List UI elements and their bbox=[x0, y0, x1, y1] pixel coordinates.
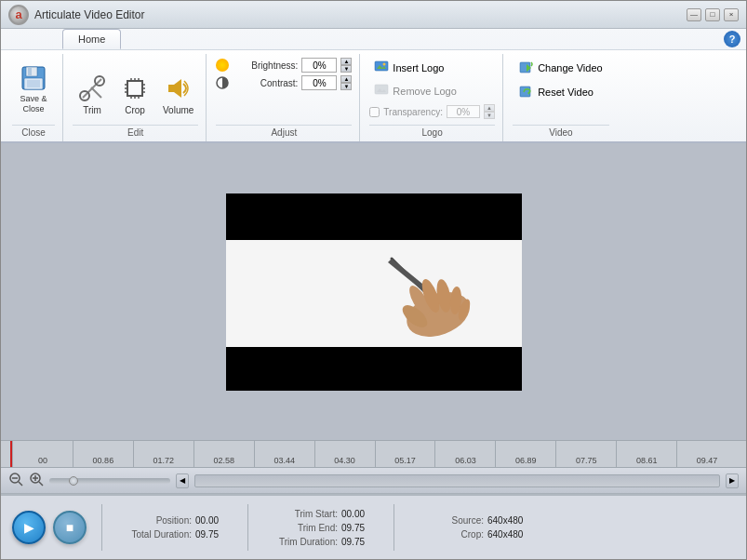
transparency-up[interactable]: ▲ bbox=[484, 104, 495, 112]
transparency-checkbox[interactable] bbox=[369, 107, 380, 117]
source-row: Source: 640x480 bbox=[409, 515, 525, 526]
remove-logo-label: Remove Logo bbox=[393, 86, 457, 97]
contrast-row: Contrast: ▲ ▼ bbox=[216, 75, 352, 90]
total-duration-value: 09.75 bbox=[195, 529, 233, 540]
insert-logo-label: Insert Logo bbox=[393, 62, 444, 73]
video-group-items: Change Video Reset Video bbox=[514, 54, 607, 123]
app-title: Articulate Video Editor bbox=[34, 8, 145, 21]
trim-start-label: Trim Start: bbox=[263, 509, 338, 519]
ruler-tick: 07.75 bbox=[555, 441, 616, 467]
contrast-input[interactable] bbox=[301, 75, 337, 90]
brightness-icon bbox=[216, 59, 229, 72]
total-duration-label: Total Duration: bbox=[117, 529, 192, 540]
trim-icon bbox=[77, 73, 107, 103]
zoom-out-icon[interactable] bbox=[8, 472, 23, 490]
trim-start-row: Trim Start: 00.00 bbox=[263, 509, 379, 519]
title-bar: a Articulate Video Editor — □ × bbox=[1, 1, 746, 29]
save-close-label: Save &Close bbox=[20, 94, 47, 114]
play-button[interactable]: ▶ bbox=[12, 511, 46, 544]
brightness-label: Brightness: bbox=[233, 60, 298, 71]
ribbon-group-adjust: Brightness: ▲ ▼ Contrast: bbox=[208, 54, 360, 141]
trim-end-value: 09.75 bbox=[341, 523, 379, 533]
svg-rect-4 bbox=[27, 80, 40, 87]
position-section: Position: 00.00 Total Duration: 09.75 bbox=[117, 515, 233, 540]
position-value: 00.00 bbox=[195, 515, 233, 526]
timeline-start-marker bbox=[10, 441, 12, 467]
status-divider-1 bbox=[101, 504, 102, 551]
scroll-left-arrow[interactable]: ◀ bbox=[176, 473, 189, 488]
contrast-down[interactable]: ▼ bbox=[340, 83, 352, 90]
maximize-button[interactable]: □ bbox=[705, 8, 720, 21]
ruler-ticks-container: 0000.8601.7202.5803.4404.3005.1706.0306.… bbox=[12, 441, 737, 467]
ribbon-content: Save &Close Close bbox=[1, 49, 746, 141]
crop-button[interactable]: Crop bbox=[115, 70, 154, 119]
volume-button[interactable]: Volume bbox=[158, 70, 198, 119]
ribbon-group-logo: Insert Logo Remove Logo Trans bbox=[362, 54, 503, 141]
status-divider-2 bbox=[247, 504, 248, 551]
app-window: a Articulate Video Editor — □ × Home ? bbox=[0, 0, 747, 560]
logo-group-items: Insert Logo Remove Logo Trans bbox=[369, 54, 495, 123]
crop-value: 640x480 bbox=[487, 529, 525, 540]
ruler-tick: 06.03 bbox=[434, 441, 495, 467]
ruler-tick: 06.89 bbox=[495, 441, 555, 467]
remove-logo-button[interactable]: Remove Logo bbox=[369, 81, 461, 101]
status-divider-3 bbox=[394, 504, 394, 551]
trim-label: Trim bbox=[83, 105, 101, 115]
ruler-tick: 02.58 bbox=[193, 441, 254, 467]
tab-home[interactable]: Home bbox=[62, 29, 121, 49]
contrast-spinners: ▲ ▼ bbox=[340, 75, 352, 90]
ribbon: Home ? bbox=[1, 29, 746, 143]
ruler-tick: 03.44 bbox=[254, 441, 314, 467]
brightness-input[interactable] bbox=[301, 58, 337, 73]
trim-button[interactable]: Trim bbox=[73, 70, 112, 119]
insert-logo-icon bbox=[374, 60, 389, 75]
svg-rect-28 bbox=[375, 85, 388, 94]
change-video-button[interactable]: Change Video bbox=[514, 58, 607, 78]
transparency-down[interactable]: ▼ bbox=[484, 112, 495, 119]
crop-label: Crop bbox=[125, 105, 145, 115]
trim-duration-label: Trim Duration: bbox=[263, 537, 338, 547]
adjust-group-label: Adjust bbox=[216, 125, 352, 141]
brightness-spinners: ▲ ▼ bbox=[340, 58, 352, 73]
svg-line-8 bbox=[91, 87, 101, 98]
minimize-button[interactable]: — bbox=[687, 8, 701, 21]
change-video-label: Change Video bbox=[538, 62, 603, 73]
main-content bbox=[1, 143, 746, 440]
zoom-in-icon[interactable] bbox=[29, 472, 44, 490]
ribbon-group-close: Save &Close Close bbox=[5, 54, 63, 141]
save-close-button[interactable]: Save &Close bbox=[12, 59, 55, 119]
playhead-bar: ◀ ▶ bbox=[1, 468, 746, 494]
hand-drawing-svg bbox=[345, 249, 494, 342]
logo-group-label: Logo bbox=[369, 125, 495, 141]
slider-thumb bbox=[69, 476, 78, 486]
brightness-down[interactable]: ▼ bbox=[340, 65, 352, 73]
brightness-up[interactable]: ▲ bbox=[340, 58, 352, 65]
transport-controls: ▶ ■ bbox=[12, 511, 87, 544]
close-button[interactable]: × bbox=[724, 8, 739, 21]
position-row: Position: 00.00 bbox=[117, 515, 233, 526]
ruler-tick: 01.72 bbox=[133, 441, 193, 467]
svg-marker-23 bbox=[174, 79, 181, 98]
scrollbar-track[interactable] bbox=[194, 474, 720, 487]
stop-button[interactable]: ■ bbox=[53, 511, 87, 544]
playhead-slider[interactable] bbox=[49, 478, 170, 484]
scroll-right-arrow[interactable]: ▶ bbox=[726, 473, 739, 488]
close-group-label: Close bbox=[12, 125, 55, 141]
ruler-tick: 05.17 bbox=[375, 441, 435, 467]
remove-logo-icon bbox=[374, 84, 389, 99]
timeline-area: 0000.8601.7202.5803.4404.3005.1706.0306.… bbox=[1, 440, 746, 468]
contrast-up[interactable]: ▲ bbox=[340, 75, 352, 83]
insert-logo-button[interactable]: Insert Logo bbox=[369, 58, 448, 78]
transparency-input[interactable] bbox=[447, 105, 480, 118]
help-button[interactable]: ? bbox=[724, 31, 740, 47]
trim-end-label: Trim End: bbox=[263, 523, 338, 533]
svg-line-45 bbox=[19, 482, 22, 486]
svg-rect-25 bbox=[375, 61, 388, 71]
source-label: Source: bbox=[409, 515, 484, 526]
timeline-ruler: 0000.8601.7202.5803.4404.3005.1706.0306.… bbox=[10, 441, 737, 467]
volume-icon bbox=[164, 73, 193, 103]
trim-section: Trim Start: 00.00 Trim End: 09.75 Trim D… bbox=[263, 509, 379, 547]
title-bar-left: a Articulate Video Editor bbox=[8, 5, 145, 25]
ruler-tick: 08.61 bbox=[616, 441, 676, 467]
reset-video-button[interactable]: Reset Video bbox=[514, 82, 598, 102]
